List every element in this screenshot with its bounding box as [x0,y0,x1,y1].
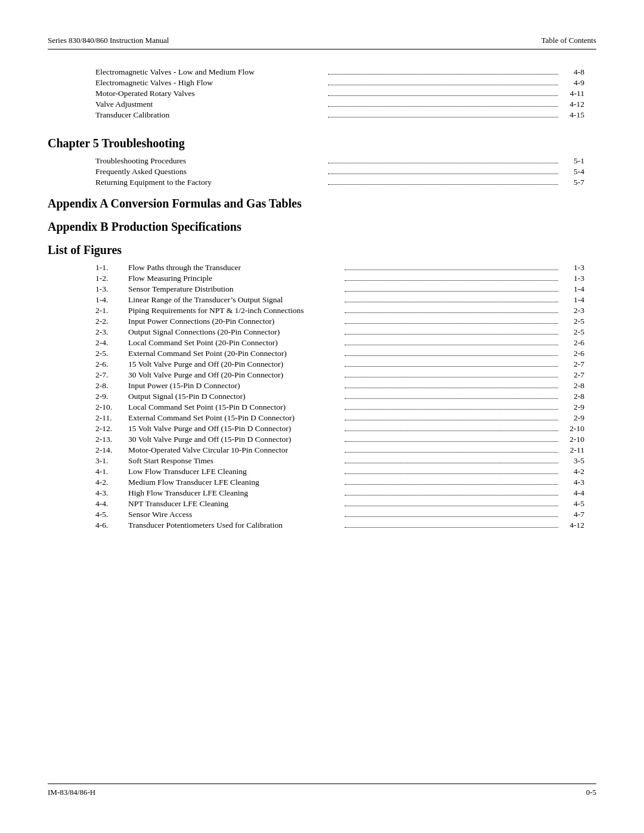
figure-entry: 2-6. 15 Volt Valve Purge and Off (20-Pin… [48,360,596,369]
figure-dots [345,402,559,410]
entry-page: 4-8 [561,67,584,77]
figure-dots [345,521,559,528]
toc-entry: Electromagnetic Valves - High Flow 4-9 [48,78,596,88]
figure-dots [345,510,559,517]
figure-title: Sensor Wire Access [128,510,342,519]
figure-page: 3-5 [561,456,584,466]
figure-dots [345,381,559,388]
toc-entry: Electromagnetic Valves - Low and Medium … [48,67,596,77]
figure-entry: 2-8. Input Power (15-Pin D Connector) 2-… [48,381,596,391]
appendixA-heading: Appendix A Conversion Formulas and Gas T… [48,197,596,210]
figure-num: 4-2. [95,478,128,487]
toc-entry: Transducer Calibration 4-15 [48,110,596,120]
figure-entry: 1-3. Sensor Temperature Distribution 1-4 [48,284,596,294]
figure-title: Linear Range of the Transducer’s Output … [128,295,342,305]
figure-title: Input Power Connections (20-Pin Connecto… [128,317,342,326]
figure-title: Piping Requirements for NPT & 1/2-inch C… [128,306,342,315]
toc-entry: Returning Equipment to the Factory 5-7 [48,178,596,187]
intro-section-entries: Electromagnetic Valves - Low and Medium … [48,67,596,120]
figure-entry: 4-5. Sensor Wire Access 4-7 [48,510,596,519]
figure-title: Flow Measuring Principle [128,274,342,283]
figure-entry: 2-2. Input Power Connections (20-Pin Con… [48,317,596,326]
figure-page: 2-9 [561,413,584,423]
figure-page: 4-3 [561,478,584,487]
entry-title: Electromagnetic Valves - Low and Medium … [95,67,326,77]
entry-dots [328,100,558,107]
figure-page: 2-6 [561,349,584,358]
footer-left: IM-83/84/86-H [48,788,95,797]
figure-dots [345,467,559,474]
page-header: Series 830/840/860 Instruction Manual Ta… [48,36,596,49]
figure-page: 1-3 [561,274,584,283]
figure-dots [345,370,559,377]
figure-title: 15 Volt Valve Purge and Off (15-Pin D Co… [128,424,342,433]
entry-page: 5-1 [561,156,584,166]
list-of-figures-heading: List of Figures [48,243,596,257]
figure-num: 2-5. [95,349,128,358]
figure-title: NPT Transducer LFE Cleaning [128,499,342,509]
figure-dots [345,274,559,281]
figure-title: Output Signal Connections (20-Pin Connec… [128,327,342,337]
toc-entry: Motor-Operated Rotary Valves 4-11 [48,89,596,98]
figure-entry: 4-6. Transducer Potentiometers Used for … [48,521,596,530]
entry-page: 4-9 [561,78,584,88]
figure-entry: 1-1. Flow Paths through the Transducer 1… [48,263,596,272]
toc-entry: Valve Adjustment 4-12 [48,100,596,109]
footer-right: 0-5 [586,788,596,797]
figure-entry: 2-10. Local Command Set Point (15-Pin D … [48,402,596,412]
figure-num: 4-6. [95,521,128,530]
entry-dots [328,67,558,75]
entry-title: Electromagnetic Valves - High Flow [95,78,326,88]
figure-entry: 4-3. High Flow Transducer LFE Cleaning 4… [48,488,596,498]
figure-page: 4-2 [561,467,584,476]
figure-num: 2-9. [95,392,128,401]
figure-num: 2-2. [95,317,128,326]
figure-title: 15 Volt Valve Purge and Off (20-Pin Conn… [128,360,342,369]
figure-title: Low Flow Transducer LFE Cleaning [128,467,342,476]
figure-num: 2-11. [95,413,128,423]
entry-page: 5-4 [561,167,584,176]
entry-dots [328,156,558,163]
figure-title: Motor-Operated Valve Circular 10-Pin Con… [128,445,342,455]
figure-num: 2-4. [95,338,128,348]
header-left: Series 830/840/860 Instruction Manual [48,36,169,45]
figure-entry: 3-1. Soft Start Response Times 3-5 [48,456,596,466]
figure-entry: 1-4. Linear Range of the Transducer’s Ou… [48,295,596,305]
figure-num: 1-1. [95,263,128,272]
figure-title: High Flow Transducer LFE Cleaning [128,488,342,498]
page: Series 830/840/860 Instruction Manual Ta… [0,0,644,833]
figure-title: External Command Set Point (15-Pin D Con… [128,413,342,423]
figure-page: 2-10 [561,435,584,444]
entry-dots [328,89,558,96]
figure-entry: 4-2. Medium Flow Transducer LFE Cleaning… [48,478,596,487]
page-footer: IM-83/84/86-H 0-5 [48,784,596,797]
figure-entry: 4-1. Low Flow Transducer LFE Cleaning 4-… [48,467,596,476]
figure-page: 2-8 [561,392,584,401]
figure-title: Local Command Set Point (20-Pin Connecto… [128,338,342,348]
entry-dots [328,178,558,185]
figure-page: 2-5 [561,327,584,337]
figure-dots [345,284,559,292]
figure-entry: 4-4. NPT Transducer LFE Cleaning 4-5 [48,499,596,509]
figure-title: Transducer Potentiometers Used for Calib… [128,521,342,530]
figure-entry: 2-14. Motor-Operated Valve Circular 10-P… [48,445,596,455]
figure-page: 2-5 [561,317,584,326]
figure-title: Medium Flow Transducer LFE Cleaning [128,478,342,487]
figure-entry: 2-12. 15 Volt Valve Purge and Off (15-Pi… [48,424,596,433]
figure-page: 4-7 [561,510,584,519]
entry-dots [328,78,558,85]
figure-dots [345,306,559,313]
figure-dots [345,392,559,399]
figure-num: 4-1. [95,467,128,476]
figure-entry: 2-4. Local Command Set Point (20-Pin Con… [48,338,596,348]
figure-entry: 2-1. Piping Requirements for NPT & 1/2-i… [48,306,596,315]
figure-num: 2-8. [95,381,128,391]
header-right: Table of Contents [541,36,596,45]
figure-num: 2-6. [95,360,128,369]
toc-entry: Frequently Asked Questions 5-4 [48,167,596,176]
figure-dots [345,445,559,453]
figure-page: 4-5 [561,499,584,509]
entry-title: Returning Equipment to the Factory [95,178,326,187]
figure-entry: 2-7. 30 Volt Valve Purge and Off (20-Pin… [48,370,596,380]
figure-page: 2-11 [561,445,584,455]
